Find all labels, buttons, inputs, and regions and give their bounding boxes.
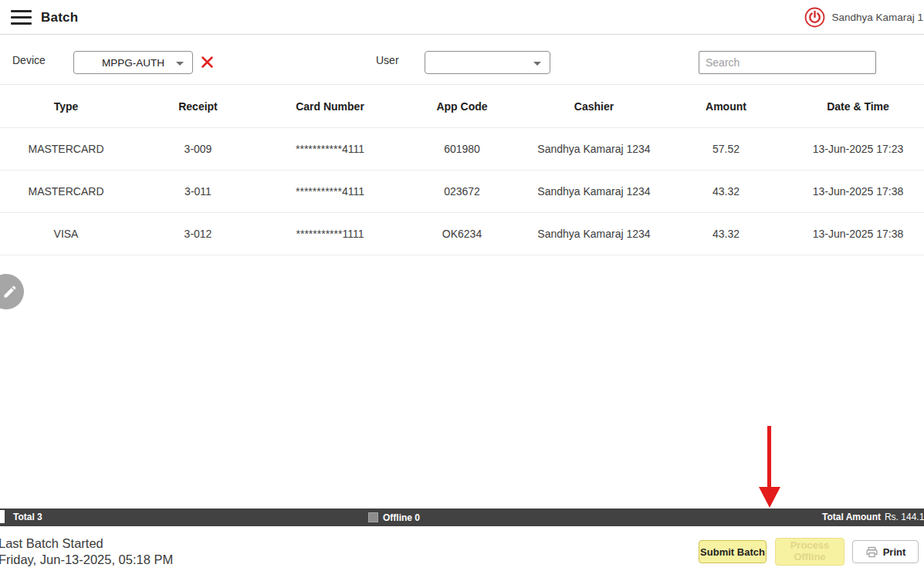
user-select[interactable] (425, 51, 550, 74)
cell-card-number: ***********4111 (264, 185, 396, 198)
cell-cashier: Sandhya Kamaraj 1234 (528, 143, 660, 155)
column-header-cashier: Cashier (528, 100, 660, 113)
table-row[interactable]: MASTERCARD 3-009 ***********4111 601980 … (0, 128, 924, 171)
chevron-down-icon (533, 62, 541, 66)
column-header-receipt: Receipt (132, 100, 264, 113)
cell-cashier: Sandhya Kamaraj 1234 (528, 185, 660, 198)
total-checkbox[interactable] (0, 510, 5, 523)
cell-receipt: 3-011 (132, 185, 264, 198)
filter-bar: Device MPPG-AUTH User (0, 35, 924, 85)
last-batch-status: Batch Completed (0, 568, 173, 571)
column-header-app-code: App Code (396, 100, 528, 113)
hamburger-menu-icon[interactable] (11, 10, 32, 25)
edit-fab-button[interactable] (0, 274, 24, 309)
cell-amount: 43.32 (660, 185, 792, 198)
last-batch-datetime: Friday, Jun-13-2025, 05:18 PM (0, 552, 173, 568)
cell-date-time: 13-Jun-2025 17:38 (792, 228, 924, 240)
logged-in-user-name: Sandhya Kamaraj 1 (831, 12, 923, 23)
total-count: Total 3 (13, 508, 42, 526)
cell-app-code: 023672 (396, 185, 528, 198)
annotation-arrow-head (759, 487, 780, 508)
last-batch-info: Last Batch Started Friday, Jun-13-2025, … (0, 536, 173, 571)
offline-checkbox[interactable] (368, 512, 378, 522)
cell-receipt: 3-009 (132, 143, 264, 155)
user-area: Sandhya Kamaraj 1 (804, 0, 923, 35)
submit-batch-button[interactable]: Submit Batch (699, 540, 767, 563)
batch-table: Type Receipt Card Number App Code Cashie… (0, 85, 924, 255)
cell-app-code: OK6234 (396, 228, 528, 240)
total-amount-value: Rs. 144.16 (885, 512, 924, 522)
power-icon[interactable] (804, 7, 825, 28)
device-select-value: MPPG-AUTH (102, 57, 164, 69)
total-amount-label: Total Amount (822, 512, 881, 522)
process-offline-button[interactable]: Process Offline (775, 538, 844, 566)
user-label: User (376, 54, 399, 66)
table-row[interactable]: MASTERCARD 3-011 ***********4111 023672 … (0, 171, 924, 213)
search-input[interactable] (699, 51, 876, 74)
clear-device-icon[interactable] (201, 56, 214, 69)
column-header-type: Type (0, 100, 132, 113)
device-select[interactable]: MPPG-AUTH (73, 51, 193, 74)
cell-type: MASTERCARD (0, 143, 132, 155)
pencil-icon (2, 284, 18, 299)
cell-amount: 57.52 (660, 143, 792, 155)
cell-type: VISA (0, 228, 132, 240)
table-header-row: Type Receipt Card Number App Code Cashie… (0, 85, 924, 128)
chevron-down-icon (176, 62, 184, 66)
cell-card-number: ***********4111 (264, 143, 396, 155)
column-header-amount: Amount (660, 100, 792, 113)
print-button[interactable]: Print (852, 540, 919, 563)
app-header: Batch Sandhya Kamaraj 1 (0, 0, 924, 35)
annotation-arrow-down (767, 426, 771, 488)
printer-icon (865, 546, 878, 559)
column-header-date-time: Date & Time (792, 100, 924, 113)
page-title: Batch (41, 0, 78, 35)
cell-app-code: 601980 (396, 143, 528, 155)
total-amount: Total AmountRs. 144.16 (822, 508, 924, 526)
table-row[interactable]: VISA 3-012 ***********1111 OK6234 Sandhy… (0, 213, 924, 255)
offline-count: Offline 0 (383, 512, 420, 523)
cell-date-time: 13-Jun-2025 17:23 (792, 143, 924, 155)
cell-receipt: 3-012 (132, 228, 264, 240)
cell-type: MASTERCARD (0, 185, 132, 198)
status-bar: Total 3 Offline 0 Total AmountRs. 144.16 (0, 508, 924, 526)
print-button-label: Print (883, 546, 906, 558)
offline-group: Offline 0 (368, 508, 420, 526)
cell-amount: 43.32 (660, 228, 792, 240)
last-batch-title: Last Batch Started (0, 536, 173, 552)
column-header-card-number: Card Number (264, 100, 396, 113)
device-label: Device (12, 54, 46, 66)
cell-date-time: 13-Jun-2025 17:38 (792, 185, 924, 198)
cell-cashier: Sandhya Kamaraj 1234 (528, 228, 660, 240)
cell-card-number: ***********1111 (264, 228, 396, 240)
